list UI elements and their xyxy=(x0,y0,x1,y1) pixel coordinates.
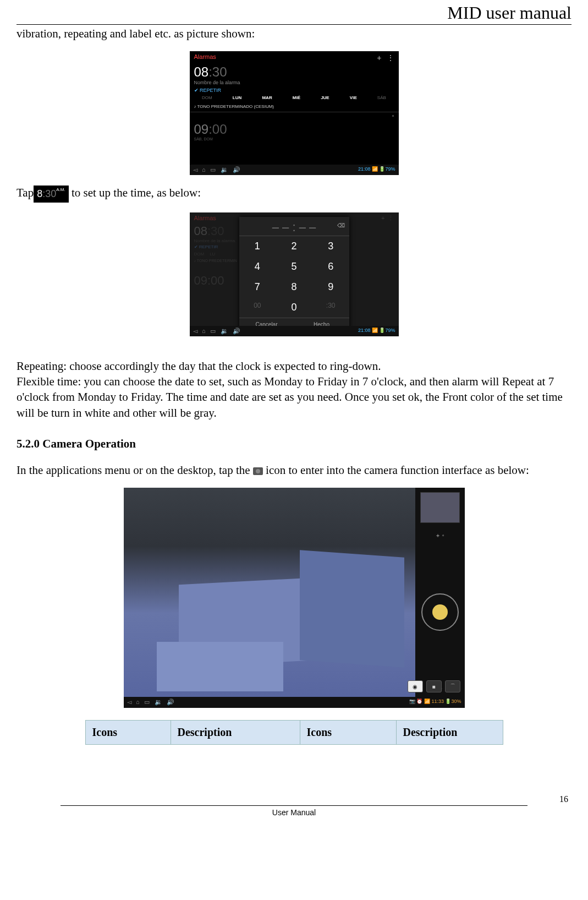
back-icon[interactable]: ◅ xyxy=(193,166,197,173)
home-icon[interactable]: ⌂ xyxy=(202,166,206,173)
status-bar: ◅ ⌂ ▭ 🔉 🔊 21:08 📶 🔋79% xyxy=(190,165,399,175)
vol-up-icon[interactable]: 🔊 xyxy=(167,699,174,705)
backspace-icon[interactable]: ⌫ xyxy=(337,222,345,228)
key-00[interactable]: 00 xyxy=(239,297,276,318)
time-display: – – : – – ⌫ xyxy=(239,217,349,236)
vol-down-icon[interactable]: 🔉 xyxy=(155,699,162,705)
mode-pano-icon[interactable]: ⌒ xyxy=(445,680,460,692)
flexible-para: Flexible time: you can choose the date t… xyxy=(17,374,571,421)
alarms-title: Alarmas xyxy=(194,53,216,62)
recent-icon[interactable]: ▭ xyxy=(210,328,216,334)
key-1[interactable]: 1 xyxy=(239,236,276,257)
th-icons-1: Icons xyxy=(85,721,171,745)
doc-header-title: MID user manual xyxy=(17,0,571,23)
mode-photo-icon[interactable]: ◉ xyxy=(408,680,423,692)
time-keypad[interactable]: – – : – – ⌫ 1 2 3 4 5 6 7 8 9 00 0 :30 xyxy=(239,217,349,331)
header-divider xyxy=(17,24,571,25)
key-8[interactable]: 8 xyxy=(276,277,312,297)
clock-status: 21:08 xyxy=(358,166,371,172)
menu-icon[interactable]: ⋮ xyxy=(387,53,394,62)
key-2[interactable]: 2 xyxy=(276,236,312,257)
clock-status: 21:08 xyxy=(358,328,371,333)
vol-down-icon[interactable]: 🔉 xyxy=(221,328,228,334)
shutter-button[interactable] xyxy=(432,604,448,620)
collapse-icon[interactable]: ˄ xyxy=(190,113,399,122)
alarm1-time[interactable]: 08:30 xyxy=(190,64,399,80)
alarms-title-bg: Alarmas xyxy=(194,215,216,222)
battery-status: 79% xyxy=(385,166,395,172)
page-number: 16 xyxy=(17,794,571,804)
key-30[interactable]: :30 xyxy=(312,297,349,318)
key-7[interactable]: 7 xyxy=(239,277,276,297)
intro-line: vibration, repeating and label etc. as p… xyxy=(17,26,571,41)
home-icon[interactable]: ⌂ xyxy=(136,699,140,705)
alarms-screenshot: Alarmas + ⋮ 08:30 Nombre de la alarma ✔ … xyxy=(190,51,399,175)
alarm1-name-label: Nombre de la alarma xyxy=(190,80,399,88)
repeating-para: Repeating: choose accordingly the day th… xyxy=(17,358,571,374)
clock-status: 11:33 xyxy=(431,699,444,704)
th-desc-2: Description xyxy=(396,721,503,745)
back-icon[interactable]: ◅ xyxy=(193,328,197,334)
battery-status: 30% xyxy=(451,699,461,704)
status-bar-3: ◅ ⌂ ▭ 🔉 🔊 📷 ⏰ 📶 11:33 🔋30% xyxy=(124,697,465,708)
camera-intro: In the applications menu or on the deskt… xyxy=(17,462,571,478)
status-bar-2: ◅ ⌂ ▭ 🔉 🔊 21:08 📶 🔋79% xyxy=(190,326,399,336)
camera-screenshot: ＋ ▫ ○ － ▫ ◉ ■ ⌒ ◅ ⌂ ▭ 🔉 🔊 xyxy=(124,488,465,708)
clock-time-icon: 8:30A.M. xyxy=(34,186,69,202)
key-3[interactable]: 3 xyxy=(312,236,349,257)
tap-instruction: Tap8:30A.M. to set up the time, as below… xyxy=(17,185,571,202)
key-0[interactable]: 0 xyxy=(276,297,312,318)
footer-divider xyxy=(61,805,527,806)
vol-down-icon[interactable]: 🔉 xyxy=(221,166,228,173)
battery-status: 79% xyxy=(385,328,395,333)
th-desc-1: Description xyxy=(171,721,300,745)
key-4[interactable]: 4 xyxy=(239,257,276,277)
zoom-in-icon[interactable]: ＋ ▫ xyxy=(435,532,444,539)
repeat-checkbox[interactable]: ✔ REPETIR xyxy=(190,88,399,93)
section-520-heading: 5.2.0 Camera Operation xyxy=(17,437,571,451)
alarm2-days: SÁB, DOM xyxy=(190,137,399,143)
camera-viewfinder[interactable] xyxy=(124,488,415,697)
th-icons-2: Icons xyxy=(300,721,396,745)
vol-up-icon[interactable]: 🔊 xyxy=(233,328,240,334)
mode-video-icon[interactable]: ■ xyxy=(426,680,442,692)
home-icon[interactable]: ⌂ xyxy=(202,328,206,334)
recent-icon[interactable]: ▭ xyxy=(210,166,216,173)
footer-label: User Manual xyxy=(17,808,571,817)
icon-description-table: Icons Description Icons Description xyxy=(85,720,503,745)
ringtone-row[interactable]: ♪ TONO PREDETERMINADO (CESIUM) xyxy=(190,102,399,111)
key-6[interactable]: 6 xyxy=(312,257,349,277)
recent-icon[interactable]: ▭ xyxy=(144,699,150,705)
timepicker-screenshot: Alarmas+ ⋮ 08:30 Nombre de la alarma ✔ R… xyxy=(190,212,399,336)
key-5[interactable]: 5 xyxy=(276,257,312,277)
add-alarm-icon[interactable]: + xyxy=(377,53,381,62)
back-icon[interactable]: ◅ xyxy=(127,699,131,705)
day-row[interactable]: DOM LUN MAR MIÉ JUE VIE SÁB xyxy=(190,93,399,102)
last-photo-thumb[interactable] xyxy=(420,492,460,523)
shutter-ring xyxy=(421,593,459,631)
camera-icon xyxy=(253,467,263,475)
alarm2-time[interactable]: 09:00 xyxy=(190,122,399,137)
key-9[interactable]: 9 xyxy=(312,277,349,297)
vol-up-icon[interactable]: 🔊 xyxy=(233,166,240,173)
